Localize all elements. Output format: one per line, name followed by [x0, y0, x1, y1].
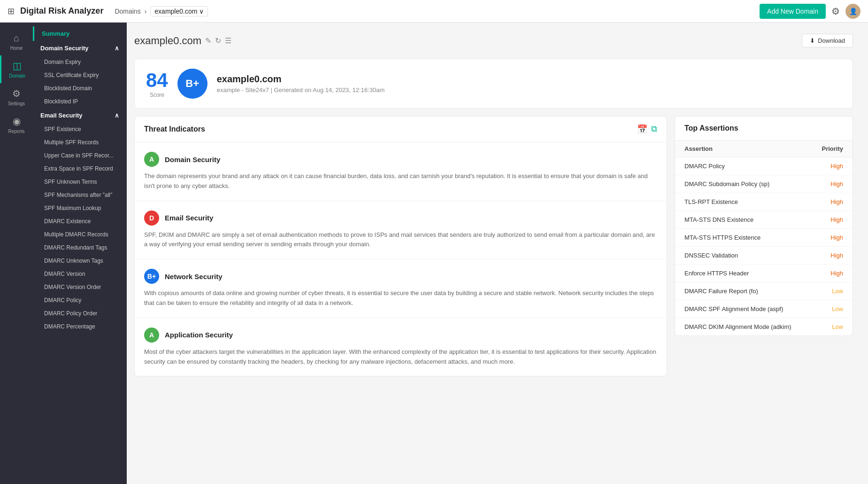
threat-badge-a: A: [144, 152, 159, 167]
assertion-row: DMARC Policy High: [675, 157, 853, 175]
assertion-name: MTA-STS DNS Existence: [684, 216, 753, 223]
assertion-row: DMARC DKIM Alignment Mode (adkim) Low: [675, 318, 853, 336]
page-title: example0.com: [134, 35, 201, 47]
priority-badge: Low: [832, 305, 843, 312]
sidebar-dmarc-policy[interactable]: DMARC Policy: [33, 294, 127, 307]
avatar[interactable]: 👤: [845, 4, 860, 19]
app-title: Digital Risk Analyzer: [20, 6, 103, 16]
sidebar-dmarc-version[interactable]: DMARC Version: [33, 267, 127, 281]
threat-item-network-security: B+ Network Security With copious amounts…: [135, 259, 667, 318]
threat-indicators-title: Threat Indicators: [144, 125, 205, 133]
threat-item-email-security: D Email Security SPF, DKIM and DMARC are…: [135, 201, 667, 260]
score-section: 84 Score B+ example0.com example - Site2…: [134, 59, 853, 109]
assertions-title: Top Assertions: [684, 124, 738, 132]
sidebar-uppercase-spf[interactable]: Upper Case in SPF Recor...: [33, 149, 127, 162]
score-label: Score: [146, 92, 168, 98]
priority-col-header: Priority: [822, 145, 843, 152]
edit-icon[interactable]: ✎: [205, 36, 211, 45]
assertion-name: DMARC Failure Report (fo): [684, 288, 758, 295]
sidebar-spf-max-lookup[interactable]: SPF Maximum Lookup: [33, 202, 127, 215]
sidebar-dmarc-percentage[interactable]: DMARC Percentage: [33, 320, 127, 333]
assertion-row: DMARC Failure Report (fo) Low: [675, 282, 853, 300]
refresh-icon[interactable]: ↻: [215, 36, 221, 45]
assertion-row: DMARC Subdomain Policy (sp) High: [675, 175, 853, 193]
threat-desc: The domain represents your brand and any…: [144, 172, 657, 191]
settings-icon[interactable]: ⚙: [831, 6, 840, 17]
sidebar-dmarc-version-order[interactable]: DMARC Version Order: [33, 281, 127, 294]
sidebar-dmarc-unknown[interactable]: DMARC Unknown Tags: [33, 254, 127, 267]
sidebar-dmarc-policy-order[interactable]: DMARC Policy Order: [33, 307, 127, 320]
threat-badge-d: D: [144, 211, 159, 226]
priority-badge: High: [830, 198, 843, 205]
threat-desc-app: Most of the cyber attackers target the v…: [144, 347, 657, 367]
threat-name-email: Email Security: [165, 214, 213, 222]
add-new-domain-button[interactable]: Add New Domain: [760, 4, 826, 19]
threat-badge-bplus: B+: [144, 269, 159, 284]
priority-badge: High: [830, 163, 843, 170]
sidebar-spf-mechanisms[interactable]: SPF Mechanisms after "all": [33, 188, 127, 202]
assertion-name: DMARC SPF Alignment Mode (aspf): [684, 305, 783, 312]
sidebar-spf-unknown[interactable]: SPF Unknown Terms: [33, 175, 127, 188]
assertion-row: MTA-STS DNS Existence High: [675, 211, 853, 229]
two-col-layout: Threat Indicators 📅 ⧉ A Domain Security …: [134, 116, 853, 376]
score-number: 84: [146, 69, 168, 92]
sidebar-multiple-dmarc[interactable]: Multiple DMARC Records: [33, 228, 127, 241]
copy-icon[interactable]: ⧉: [651, 124, 657, 134]
grid-icon[interactable]: ⊞: [8, 6, 15, 16]
assertion-name: DMARC DKIM Alignment Mode (adkim): [684, 323, 791, 330]
sidebar-email-security-header[interactable]: Email Security ∧: [33, 108, 127, 123]
assertion-name: DNSSEC Validation: [684, 252, 738, 259]
sidebar-domain-expiry[interactable]: Domain Expiry: [33, 55, 127, 69]
domain-selector[interactable]: example0.com ∨: [150, 6, 208, 16]
priority-badge: High: [830, 216, 843, 223]
list-icon[interactable]: ☰: [225, 36, 231, 45]
assertion-name: DMARC Policy: [684, 163, 725, 170]
top-navigation: ⊞ Digital Risk Analyzer Domains › exampl…: [0, 0, 868, 23]
threat-desc-network: With copious amounts of data online and …: [144, 289, 657, 308]
sidebar-item-settings[interactable]: ⚙ Settings: [0, 83, 33, 111]
sidebar-item-home[interactable]: ⌂ Home: [0, 28, 33, 55]
chevron-up-icon-email: ∧: [115, 112, 119, 119]
score-domain: example0.com: [217, 74, 385, 85]
sidebar-blocklisted-ip[interactable]: Blocklisted IP: [33, 95, 127, 108]
assertions-panel: Top Assertions Assertion Priority DMARC …: [675, 116, 853, 376]
sidebar-item-domain-label: Domain: [9, 73, 25, 78]
threat-name: Domain Security: [165, 156, 220, 164]
chevron-up-icon: ∧: [115, 45, 119, 52]
sidebar-dmarc-existence[interactable]: DMARC Existence: [33, 215, 127, 228]
calendar-icon[interactable]: 📅: [637, 124, 647, 134]
priority-badge: High: [830, 180, 843, 187]
assertion-row: DNSSEC Validation High: [675, 247, 853, 265]
icon-sidebar: ⌂ Home ◫ Domain ⚙ Settings ◉ Reports: [0, 23, 33, 484]
sidebar-item-domain[interactable]: ◫ Domain: [0, 55, 33, 83]
assertion-name: TLS-RPT Existence: [684, 198, 738, 205]
home-icon: ⌂: [14, 33, 19, 44]
sidebar-spf-existence[interactable]: SPF Existence: [33, 123, 127, 136]
page-header: example0.com ✎ ↻ ☰ ⬇ Download: [134, 30, 853, 51]
threat-desc-email: SPF, DKIM and DMARC are simply a set of …: [144, 230, 657, 250]
sidebar-multiple-spf[interactable]: Multiple SPF Records: [33, 136, 127, 149]
sidebar-extra-space-spf[interactable]: Extra Space in SPF Record: [33, 162, 127, 175]
assertion-row: Enforce HTTPS Header High: [675, 265, 853, 282]
threat-item-app-security: A Application Security Most of the cyber…: [135, 318, 667, 376]
download-icon: ⬇: [810, 37, 815, 44]
threat-badge-a2: A: [144, 328, 159, 343]
sidebar-dmarc-redundant[interactable]: DMARC Redundant Tags: [33, 241, 127, 254]
nav-sidebar: Summary Domain Security ∧ Domain Expiry …: [33, 23, 127, 484]
priority-badge: High: [830, 252, 843, 259]
sidebar-summary[interactable]: Summary: [33, 26, 127, 41]
assertion-row: DMARC SPF Alignment Mode (aspf) Low: [675, 300, 853, 318]
domain-icon: ◫: [13, 60, 22, 71]
sidebar-blocklisted-domain[interactable]: Blocklisted Domain: [33, 82, 127, 95]
threat-name-network: Network Security: [165, 273, 223, 281]
sidebar-item-reports[interactable]: ◉ Reports: [0, 111, 33, 139]
score-sub: example - Site24x7 | Generated on Aug 14…: [217, 86, 385, 94]
breadcrumb: Domains › example0.com ∨: [115, 6, 208, 16]
assertion-row: MTA-STS HTTPS Existence High: [675, 229, 853, 247]
assertion-name: DMARC Subdomain Policy (sp): [684, 180, 769, 187]
sidebar-domain-security-header[interactable]: Domain Security ∧: [33, 41, 127, 55]
assertions-table-header: Assertion Priority: [675, 141, 853, 157]
sidebar-ssl-expiry[interactable]: SSL Certificate Expiry: [33, 69, 127, 82]
domains-breadcrumb[interactable]: Domains: [115, 8, 140, 15]
download-button[interactable]: ⬇ Download: [802, 34, 853, 47]
